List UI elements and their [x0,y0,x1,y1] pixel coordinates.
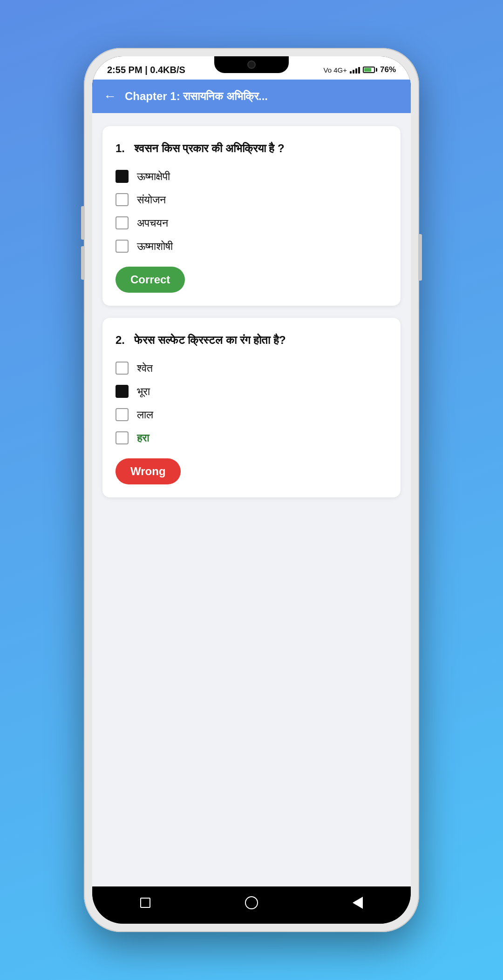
status-icons: Vo 4G+ 76% [324,65,396,74]
back-nav-icon [353,897,363,909]
option-label-2-3: लाल [137,409,153,421]
option-label-2-2: भूरा [137,385,150,398]
home-button[interactable] [243,894,260,911]
question-1-text: 1. श्वसन किस प्रकार की अभिक्रिया है ? [116,140,387,157]
checkbox-1-1[interactable] [116,170,129,183]
checkbox-1-2[interactable] [116,193,129,206]
checkbox-1-3[interactable] [116,216,129,229]
question-2-text: 2. फेरस सल्फेट क्रिस्टल का रंग होता है? [116,332,387,349]
power-button[interactable] [418,234,422,281]
result-button-1[interactable]: Correct [116,267,185,293]
option-1-2[interactable]: संयोजन [116,193,387,206]
option-2-4[interactable]: हरा [116,431,387,444]
back-nav-button[interactable] [349,894,366,911]
option-2-1[interactable]: श्वेत [116,362,387,375]
back-button[interactable]: ← [103,89,116,104]
camera [247,60,256,69]
volume-buttons [81,206,85,280]
recent-apps-icon [140,898,150,908]
option-1-4[interactable]: ऊष्माशोषी [116,240,387,253]
home-icon [245,896,258,909]
checkbox-2-4[interactable] [116,431,129,444]
phone-shell: 2:55 PM | 0.4KB/S Vo 4G+ 76% [84,48,419,932]
status-time: 2:55 PM | 0.4KB/S [107,65,185,75]
app-bar: ← Chapter 1: रासायनिक अभिक्रि... [92,80,411,113]
question-card-2: 2. फेरस सल्फेट क्रिस्टल का रंग होता है? … [102,318,401,497]
option-2-3[interactable]: लाल [116,408,387,421]
option-1-1[interactable]: ऊष्माक्षेपी [116,170,387,183]
checkbox-2-3[interactable] [116,408,129,421]
option-2-2[interactable]: भूरा [116,385,387,398]
recent-apps-button[interactable] [137,894,154,911]
option-1-3[interactable]: अपचयन [116,216,387,229]
option-label-1-3: अपचयन [137,217,168,229]
volume-up-button[interactable] [81,206,85,240]
option-label-1-4: ऊष्माशोषी [137,240,173,253]
option-label-2-4: हरा [137,432,149,444]
signal-icon [350,66,360,74]
option-label-1-2: संयोजन [137,194,166,206]
page-title: Chapter 1: रासायनिक अभिक्रि... [125,90,400,103]
checkbox-1-4[interactable] [116,240,129,253]
battery-percent: 76% [380,65,396,74]
checkbox-2-2[interactable] [116,385,129,398]
question-card-1: 1. श्वसन किस प्रकार की अभिक्रिया है ? ऊष… [102,126,401,306]
phone-screen: 2:55 PM | 0.4KB/S Vo 4G+ 76% [92,56,411,924]
network-label: Vo 4G+ [324,66,347,74]
content-area: 1. श्वसन किस प्रकार की अभिक्रिया है ? ऊष… [92,113,411,886]
option-label-1-1: ऊष्माक्षेपी [137,170,170,183]
battery-icon [363,67,377,73]
power-button-area [418,234,422,281]
bottom-nav [92,886,411,924]
notch [214,56,289,73]
result-button-2[interactable]: Wrong [116,458,181,484]
volume-down-button[interactable] [81,246,85,280]
checkbox-2-1[interactable] [116,362,129,375]
option-label-2-1: श्वेत [137,362,153,375]
